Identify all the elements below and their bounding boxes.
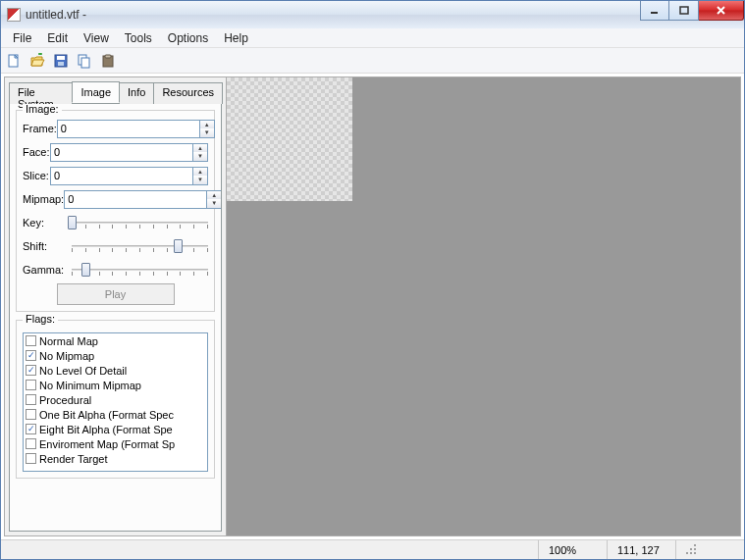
minimize-button[interactable] — [640, 1, 669, 21]
flag-label: No Level Of Detail — [39, 365, 127, 377]
copy-icon[interactable] — [76, 52, 93, 70]
svg-rect-9 — [105, 55, 111, 58]
flag-row[interactable]: Normal Map — [24, 333, 207, 348]
flag-row[interactable]: Render Target — [24, 451, 207, 466]
key-label: Key: — [23, 217, 72, 229]
flag-row[interactable]: One Bit Alpha (Format Spec — [24, 407, 207, 422]
texture-preview — [227, 77, 352, 201]
flag-label: Procedural — [39, 394, 91, 406]
flag-row[interactable]: Enviroment Map (Format Sp — [24, 436, 207, 451]
tabstrip: File System Image Info Resources — [9, 81, 222, 103]
flags-group: Flags: Normal Map✓No Mipmap✓No Level Of … — [16, 320, 215, 479]
menu-options[interactable]: Options — [160, 29, 216, 47]
window-controls — [640, 1, 744, 21]
tab-info[interactable]: Info — [119, 82, 154, 104]
tab-body: Image: Frame: ▲▼ Face: ▲▼ — [9, 103, 222, 532]
svg-rect-13 — [694, 544, 696, 546]
flag-label: Render Target — [39, 453, 108, 465]
left-panel: File System Image Info Resources Image: … — [5, 77, 227, 535]
image-group: Image: Frame: ▲▼ Face: ▲▼ — [16, 110, 215, 312]
gamma-slider[interactable] — [72, 262, 208, 278]
frame-input[interactable] — [57, 120, 199, 138]
flag-label: One Bit Alpha (Format Spec — [39, 409, 174, 421]
svg-rect-12 — [690, 552, 692, 554]
window-title: untitled.vtf - — [26, 8, 86, 22]
shift-label: Shift: — [23, 240, 72, 252]
flag-checkbox[interactable] — [26, 335, 36, 346]
tab-filesystem[interactable]: File System — [9, 82, 73, 104]
shift-slider[interactable] — [72, 238, 208, 254]
menu-edit[interactable]: Edit — [39, 29, 76, 47]
statusbar: 100% 111, 127 — [1, 539, 744, 559]
image-canvas[interactable] — [227, 77, 740, 535]
flag-label: No Mipmap — [39, 350, 94, 362]
face-input[interactable] — [50, 143, 192, 162]
flag-label: Enviroment Map (Format Sp — [39, 438, 175, 450]
toolbar — [1, 48, 744, 74]
flag-checkbox[interactable] — [26, 453, 36, 464]
svg-rect-1 — [680, 7, 688, 14]
slice-input[interactable] — [50, 167, 192, 185]
close-button[interactable] — [699, 1, 744, 21]
flag-checkbox[interactable] — [26, 438, 36, 449]
status-zoom: 100% — [538, 540, 607, 559]
frame-spinner[interactable]: ▲▼ — [199, 120, 215, 138]
svg-rect-11 — [694, 548, 696, 550]
flags-group-label: Flags: — [23, 313, 58, 325]
main-area: File System Image Info Resources Image: … — [4, 76, 741, 536]
maximize-button[interactable] — [669, 1, 699, 21]
app-icon — [7, 8, 21, 22]
menu-help[interactable]: Help — [216, 29, 256, 47]
flag-checkbox[interactable] — [26, 394, 36, 405]
svg-rect-14 — [690, 548, 692, 550]
flag-checkbox[interactable]: ✓ — [26, 350, 36, 361]
svg-rect-15 — [686, 552, 688, 554]
svg-rect-5 — [58, 62, 64, 66]
tab-resources[interactable]: Resources — [153, 82, 223, 104]
flag-label: No Minimum Mipmap — [39, 380, 141, 391]
menu-view[interactable]: View — [76, 29, 117, 47]
play-button[interactable]: Play — [57, 283, 175, 305]
menu-file[interactable]: File — [5, 29, 39, 47]
menubar: File Edit View Tools Options Help — [1, 28, 744, 48]
resize-grip[interactable] — [675, 540, 744, 559]
flag-checkbox[interactable]: ✓ — [26, 365, 36, 376]
svg-rect-10 — [694, 552, 696, 554]
mipmap-label: Mipmap: — [23, 193, 64, 205]
flag-checkbox[interactable] — [26, 380, 36, 390]
slice-label: Slice: — [23, 170, 50, 181]
flag-row[interactable]: ✓No Mipmap — [24, 348, 207, 363]
open-file-icon[interactable] — [28, 52, 46, 70]
svg-rect-7 — [81, 58, 89, 68]
flag-row[interactable]: No Minimum Mipmap — [24, 378, 207, 392]
face-label: Face: — [23, 146, 50, 158]
flag-row[interactable]: ✓Eight Bit Alpha (Format Spe — [24, 422, 207, 436]
titlebar[interactable]: untitled.vtf - — [1, 1, 744, 28]
app-window: untitled.vtf - File Edit View Tools Opti… — [0, 0, 745, 560]
image-group-label: Image: — [23, 103, 62, 115]
mipmap-spinner[interactable]: ▲▼ — [206, 190, 222, 209]
save-icon[interactable] — [52, 52, 70, 70]
new-file-icon[interactable] — [5, 52, 23, 70]
slice-spinner[interactable]: ▲▼ — [192, 167, 208, 185]
face-spinner[interactable]: ▲▼ — [192, 143, 208, 162]
key-slider[interactable] — [72, 215, 208, 230]
gamma-label: Gamma: — [23, 264, 72, 276]
tab-image[interactable]: Image — [72, 81, 120, 103]
status-coords: 111, 127 — [607, 540, 675, 559]
frame-label: Frame: — [23, 123, 57, 134]
paste-icon[interactable] — [99, 52, 117, 70]
mipmap-input[interactable] — [64, 190, 206, 209]
flag-label: Normal Map — [39, 335, 98, 347]
svg-rect-4 — [57, 56, 65, 60]
flag-label: Eight Bit Alpha (Format Spe — [39, 424, 173, 435]
flag-checkbox[interactable]: ✓ — [26, 424, 36, 434]
menu-tools[interactable]: Tools — [117, 29, 160, 47]
flag-checkbox[interactable] — [26, 409, 36, 420]
flags-list[interactable]: Normal Map✓No Mipmap✓No Level Of DetailN… — [23, 332, 208, 472]
flag-row[interactable]: Procedural — [24, 392, 207, 407]
flag-row[interactable]: ✓No Level Of Detail — [24, 363, 207, 378]
